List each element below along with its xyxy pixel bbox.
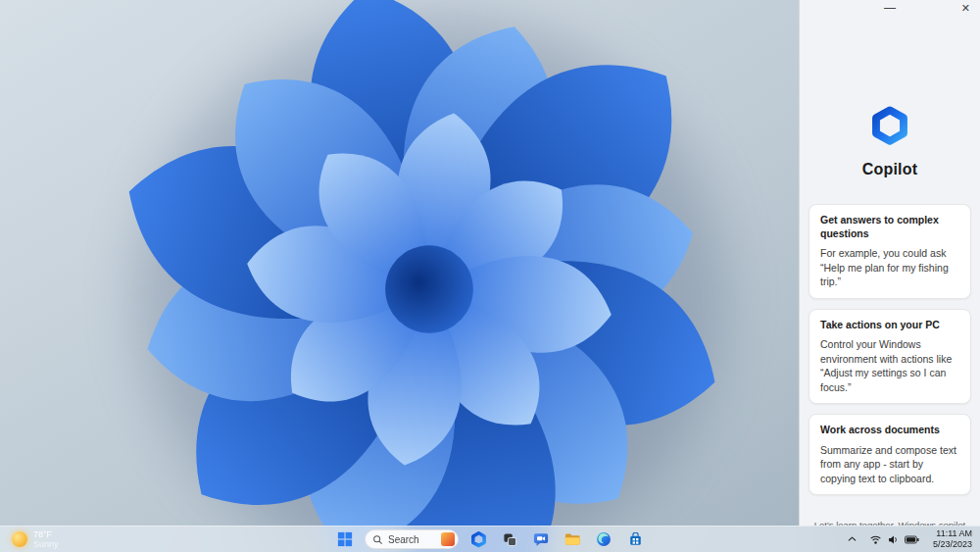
copilot-hero: Copilot [800,106,980,178]
system-tray: 11:11 AM 5/23/2023 [845,527,976,552]
search-placeholder: Search [388,534,436,545]
weather-condition: Sunny [33,539,59,549]
task-view-button[interactable] [498,527,521,551]
card-title: Take actions on your PC [820,319,959,332]
microsoft-store-button[interactable] [623,527,647,551]
microsoft-store-icon [628,532,643,547]
weather-text: 78°F Sunny [33,529,59,550]
sun-icon [12,531,27,547]
copilot-logo-icon [869,106,910,147]
edge-icon [596,531,612,547]
close-button[interactable]: ✕ [957,0,974,16]
clock[interactable]: 11:11 AM 5/23/2023 [929,528,976,550]
copilot-suggestion-cards: Get answers to complex questions For exa… [800,204,980,505]
copilot-icon [470,531,487,548]
weather-widget[interactable]: 78°F Sunny [6,527,65,552]
clock-date: 5/23/2023 [933,539,972,550]
clock-time: 11:11 AM [933,528,972,539]
battery-icon [905,535,919,544]
copilot-panel: — ✕ Copilot Get [799,0,980,526]
edge-button[interactable] [592,527,615,551]
chat-button[interactable] [529,527,553,551]
taskbar-center: Search [333,527,647,552]
desktop-screen: — ✕ Copilot Get [0,0,980,552]
copilot-title: Copilot [800,161,980,178]
card-title: Get answers to complex questions [820,214,959,240]
windows-logo-icon [337,531,353,547]
taskbar: 78°F Sunny Search [0,526,980,552]
card-body: Control your Windows environment with ac… [820,337,959,394]
volume-icon [887,533,900,546]
wifi-icon [869,533,882,546]
task-view-icon [503,532,517,547]
suggestion-card-actions[interactable]: Take actions on your PC Control your Win… [808,309,971,405]
minimize-button[interactable]: — [878,0,902,16]
suggestion-card-documents[interactable]: Work across documents Summarize and comp… [808,414,971,495]
search-box[interactable]: Search [365,529,459,549]
network-volume-battery-button[interactable] [866,531,922,548]
file-explorer-button[interactable] [561,527,584,551]
card-body: For example, you could ask “Help me plan… [820,246,959,288]
card-title: Work across documents [820,424,959,437]
card-body: Summarize and compose text from any app … [820,443,959,485]
search-highlight-thumbnail [441,532,455,546]
weather-temperature: 78°F [33,529,59,539]
start-button[interactable] [333,527,357,551]
search-icon [372,534,383,545]
copilot-panel-titlebar: — ✕ [800,0,980,18]
taskbar-copilot-button[interactable] [466,527,490,551]
chevron-up-icon [848,536,857,542]
file-explorer-icon [564,532,580,546]
tray-overflow-button[interactable] [845,532,859,546]
chat-icon [533,531,549,547]
suggestion-card-answers[interactable]: Get answers to complex questions For exa… [808,204,971,299]
